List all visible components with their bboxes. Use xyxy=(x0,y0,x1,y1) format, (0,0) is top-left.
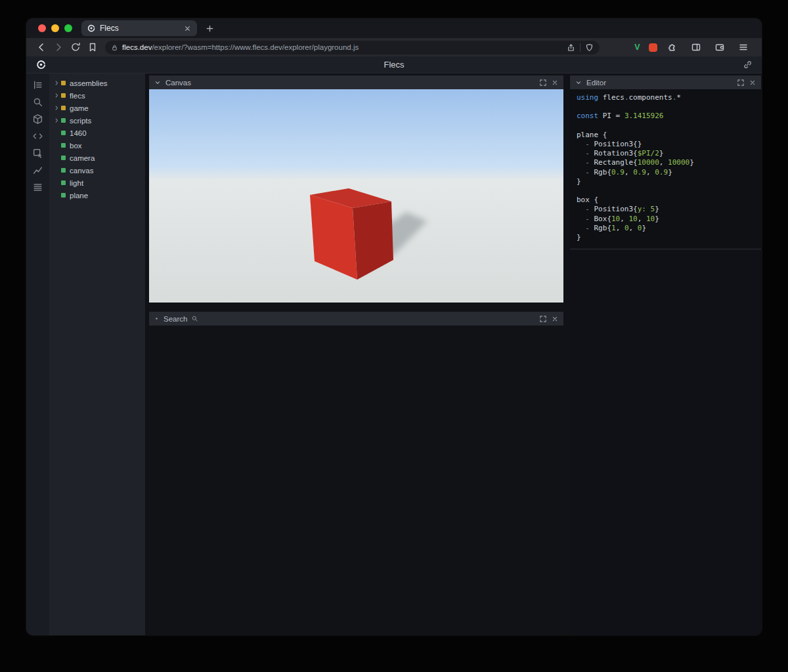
code-line: } xyxy=(577,177,755,186)
entity-color-square xyxy=(61,118,66,123)
3d-scene xyxy=(149,89,563,303)
search-icon xyxy=(191,315,198,322)
window-controls xyxy=(38,24,72,32)
tree-item-canvas[interactable]: canvas xyxy=(49,164,145,177)
close-panel-icon[interactable] xyxy=(551,315,559,323)
search-panel-title: Search xyxy=(164,315,187,323)
tree-item-plane[interactable]: plane xyxy=(49,189,145,201)
tab-close-icon[interactable] xyxy=(183,24,192,33)
chevron-down-icon[interactable] xyxy=(154,79,162,87)
icon-rail xyxy=(26,74,49,635)
extensions-cluster: V xyxy=(632,42,752,52)
forward-button[interactable] xyxy=(53,42,64,52)
stats-chart-icon[interactable] xyxy=(32,165,43,176)
editor-panel: Editor using flecs.components.* const PI… xyxy=(570,75,761,249)
wallet-icon[interactable] xyxy=(714,42,725,52)
browser-window: Flecs flecs.dev/explorer/?wasm=https://w… xyxy=(26,18,762,635)
canvas-3d-view[interactable] xyxy=(149,89,563,303)
share-icon[interactable] xyxy=(567,43,575,52)
tree-item-game[interactable]: game xyxy=(49,102,145,114)
share-link-icon[interactable] xyxy=(743,60,753,70)
entity-color-square xyxy=(61,131,66,135)
back-button[interactable] xyxy=(36,42,47,52)
entity-color-square xyxy=(61,143,66,148)
fullscreen-icon[interactable] xyxy=(539,79,547,87)
code-line: - Box{10, 10, 10} xyxy=(577,215,755,224)
zoom-window-button[interactable] xyxy=(64,24,72,32)
new-tab-button[interactable] xyxy=(205,24,215,33)
tree-item-assemblies[interactable]: assemblies xyxy=(49,77,145,89)
close-panel-icon[interactable] xyxy=(749,79,756,87)
fullscreen-icon[interactable] xyxy=(539,315,547,323)
canvas-panel-title: Canvas xyxy=(165,79,191,87)
puzzle-extensions-icon[interactable] xyxy=(667,42,678,52)
page-header: Flecs xyxy=(26,56,762,74)
menu-icon[interactable] xyxy=(738,42,749,52)
code-line: - Rectangle{10000, 10000} xyxy=(577,158,755,167)
browser-tab[interactable]: Flecs xyxy=(81,20,197,36)
entity-color-square xyxy=(61,168,66,173)
search-panel: Search xyxy=(149,312,563,635)
expand-chevron-icon[interactable] xyxy=(54,80,60,86)
search-results-area xyxy=(149,326,563,635)
code-line: box { xyxy=(577,196,755,205)
code-editor[interactable]: using flecs.components.* const PI = 3.14… xyxy=(570,89,761,249)
canvas-panel: Canvas xyxy=(149,75,563,303)
code-line: using flecs.components.* xyxy=(577,93,755,102)
rest-stats-icon[interactable] xyxy=(32,182,43,193)
tree-item-light[interactable]: light xyxy=(49,177,145,189)
expand-chevron-icon[interactable] xyxy=(54,93,60,98)
code-line: plane { xyxy=(577,131,755,140)
code-line: - Rotation3{$PI/2} xyxy=(577,149,755,158)
tree-item-box[interactable]: box xyxy=(49,139,145,152)
bookmark-icon[interactable] xyxy=(87,42,98,52)
tree-item-flecs[interactable]: flecs xyxy=(49,89,145,102)
editor-panel-header: Editor xyxy=(570,75,761,89)
reload-button[interactable] xyxy=(70,42,81,52)
address-bar[interactable]: flecs.dev/explorer/?wasm=https://www.fle… xyxy=(105,41,600,54)
url-path: /explorer/?wasm=https://www.flecs.dev/ex… xyxy=(152,43,561,51)
canvas-panel-header: Canvas xyxy=(149,75,563,89)
commands-icon[interactable] xyxy=(32,114,43,125)
tab-title: Flecs xyxy=(100,24,179,33)
center-column: Canvas xyxy=(145,74,569,635)
v-extension-icon[interactable]: V xyxy=(632,43,642,52)
inspector-icon[interactable] xyxy=(32,148,43,159)
expand-chevron-icon[interactable] xyxy=(54,105,60,111)
divider xyxy=(580,43,580,52)
code-line: const PI = 3.1415926 xyxy=(577,112,755,121)
page-title: Flecs xyxy=(26,60,762,70)
brave-shield-icon[interactable] xyxy=(585,43,594,52)
fullscreen-icon[interactable] xyxy=(737,79,745,87)
desktop: Flecs flecs.dev/explorer/?wasm=https://w… xyxy=(0,0,788,672)
script-editor-icon[interactable] xyxy=(32,131,43,142)
tree-item-scripts[interactable]: scripts xyxy=(49,114,145,127)
tree-item-label: plane xyxy=(70,192,88,200)
query-search-icon[interactable] xyxy=(32,96,43,108)
close-panel-icon[interactable] xyxy=(551,79,559,87)
tree-item-label: canvas xyxy=(70,167,93,175)
tab-strip: Flecs xyxy=(26,18,762,38)
tree-indent-spacer xyxy=(54,192,60,198)
tree-indent-spacer xyxy=(54,142,60,148)
code-line: } xyxy=(577,233,755,242)
tree-indent-spacer xyxy=(54,155,60,161)
tree-item-1460[interactable]: 1460 xyxy=(49,127,145,139)
tree-item-camera[interactable]: camera xyxy=(49,152,145,164)
minimize-window-button[interactable] xyxy=(51,24,59,32)
bullet-icon xyxy=(154,316,160,322)
code-line xyxy=(577,121,755,131)
url-host: flecs.dev xyxy=(122,43,152,51)
editor-panel-title: Editor xyxy=(586,79,606,87)
red-extension-icon[interactable] xyxy=(649,43,657,52)
expand-chevron-icon[interactable] xyxy=(54,117,60,123)
tree-item-label: assemblies xyxy=(70,79,108,87)
sidebar-toggle-icon[interactable] xyxy=(691,42,701,52)
chevron-down-icon[interactable] xyxy=(575,79,582,87)
entity-tree-icon[interactable] xyxy=(32,79,43,91)
code-line: - Position3{} xyxy=(577,140,755,149)
page-body: assembliesflecsgamescripts1460boxcamerac… xyxy=(26,74,762,635)
entity-color-square xyxy=(61,180,66,185)
close-window-button[interactable] xyxy=(38,24,46,32)
tree-item-label: flecs xyxy=(70,92,85,100)
